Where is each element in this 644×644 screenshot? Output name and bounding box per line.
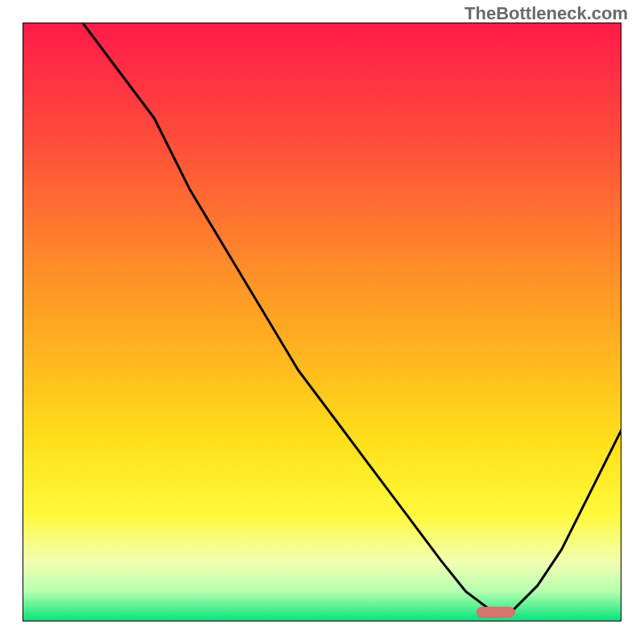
- watermark-label: TheBottleneck.com: [464, 3, 628, 24]
- plot-background: [23, 23, 621, 621]
- optimal-marker: [477, 607, 515, 618]
- chart-svg: [23, 23, 621, 621]
- bottleneck-chart: [23, 23, 621, 621]
